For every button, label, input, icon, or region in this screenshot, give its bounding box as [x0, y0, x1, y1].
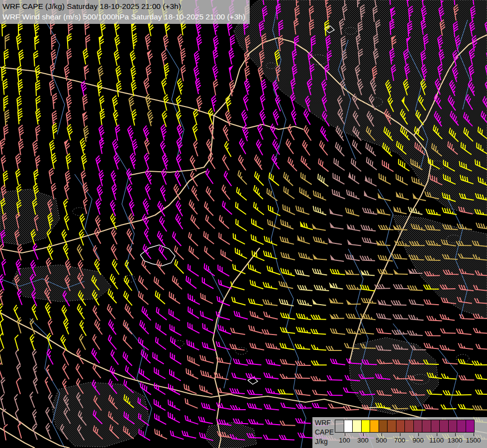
legend-tick-label: 1300 [445, 437, 465, 444]
legend-tick-label: 1500 [464, 437, 484, 444]
map-canvas [0, 0, 487, 448]
weather-map: WRF CAPE (J/kg) Saturday 18-10-2025 21:0… [0, 0, 487, 448]
legend-color-cell [457, 420, 466, 433]
legend-label-column: WRFCAPEJ/kg [315, 418, 334, 447]
legend-color-cell [344, 420, 353, 433]
legend-tick-label: 900 [408, 437, 428, 444]
legend-color-cell [439, 420, 449, 433]
legend-color-cell [404, 420, 414, 433]
legend-tick-mark [437, 433, 437, 436]
legend-tick-mark [363, 433, 364, 436]
legend-color-cell [370, 420, 379, 433]
legend-tick-row: 100300500700900110013001500 [335, 433, 483, 448]
legend-color-cell [413, 420, 423, 433]
legend-color-cell [448, 420, 458, 433]
legend-label: CAPE [315, 428, 334, 437]
legend-tick-mark [345, 433, 345, 436]
legend-color-cell [466, 420, 475, 433]
legend-color-cell [431, 420, 440, 433]
legend-tick-label: 100 [335, 437, 355, 444]
legend-color-cell [422, 420, 431, 433]
legend-color-cell [352, 420, 362, 433]
legend-tick-label: 500 [372, 437, 391, 444]
legend-color-cell [379, 420, 388, 433]
legend-tick-mark [418, 433, 419, 436]
legend-tick-mark [455, 433, 456, 436]
cape-legend: WRFCAPEJ/kg 100300500700900110013001500 [312, 417, 487, 448]
legend-tick-label: 1100 [427, 437, 447, 444]
title-overlay: WRF CAPE (J/kg) Saturday 18-10-2025 21:0… [0, 0, 250, 24]
legend-label: WRF [315, 418, 334, 428]
legend-color-cell [361, 420, 371, 433]
legend-tick-mark [400, 433, 400, 436]
legend-tick-label: 700 [390, 437, 410, 444]
wind-barb [395, 274, 408, 274]
legend-tick-mark [474, 433, 474, 436]
map-title-windshear: WRF Wind shear (m/s) 500/1000hPa Saturda… [2, 11, 245, 22]
legend-tick-mark [382, 433, 382, 436]
map-title-cape: WRF CAPE (J/kg) Saturday 18-10-2025 21:0… [2, 1, 245, 11]
legend-color-cell [387, 420, 396, 433]
legend-color-cell [335, 420, 344, 433]
legend-color-cell [396, 420, 405, 433]
legend-tick-label: 300 [353, 437, 373, 444]
legend-label: J/kg [315, 437, 334, 447]
legend-color-bar [335, 420, 475, 433]
